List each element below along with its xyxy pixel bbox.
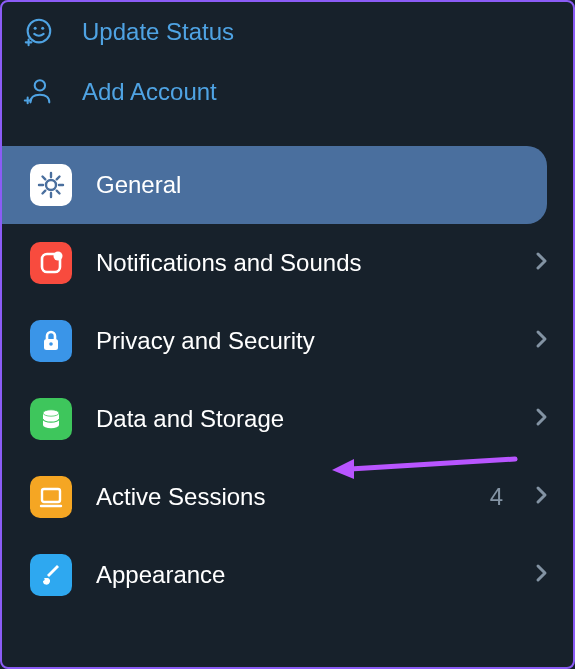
setting-active-sessions[interactable]: Active Sessions 4 <box>2 458 573 536</box>
storage-icon <box>30 398 72 440</box>
svg-point-5 <box>35 80 45 90</box>
notifications-label: Notifications and Sounds <box>96 249 511 277</box>
chevron-right-icon <box>535 485 549 509</box>
status-smile-icon <box>22 16 54 48</box>
notifications-icon <box>30 242 72 284</box>
update-status-row[interactable]: Update Status <box>2 2 573 62</box>
setting-notifications[interactable]: Notifications and Sounds <box>2 224 573 302</box>
data-storage-label: Data and Storage <box>96 405 511 433</box>
appearance-label: Appearance <box>96 561 511 589</box>
svg-rect-15 <box>42 489 60 502</box>
privacy-label: Privacy and Security <box>96 327 511 355</box>
setting-privacy[interactable]: Privacy and Security <box>2 302 573 380</box>
add-account-row[interactable]: Add Account <box>2 62 573 122</box>
svg-point-10 <box>54 252 63 261</box>
chevron-right-icon <box>535 329 549 353</box>
chevron-right-icon <box>535 563 549 587</box>
svg-point-0 <box>28 20 51 43</box>
active-sessions-count: 4 <box>490 483 503 511</box>
chevron-right-icon <box>535 251 549 275</box>
setting-appearance[interactable]: Appearance <box>2 536 573 614</box>
active-sessions-label: Active Sessions <box>96 483 466 511</box>
svg-point-12 <box>49 342 53 346</box>
add-account-icon <box>22 76 54 108</box>
chevron-right-icon <box>535 407 549 431</box>
gear-icon <box>30 164 72 206</box>
setting-data-storage[interactable]: Data and Storage <box>2 380 573 458</box>
lock-icon <box>30 320 72 362</box>
setting-general[interactable]: General <box>2 146 547 224</box>
svg-point-2 <box>41 27 44 30</box>
svg-point-8 <box>46 180 56 190</box>
add-account-label: Add Account <box>82 78 217 106</box>
settings-list: General Notifications and Sounds Privacy… <box>2 146 573 614</box>
monitor-icon <box>30 476 72 518</box>
general-label: General <box>96 171 523 199</box>
update-status-label: Update Status <box>82 18 234 46</box>
brush-icon <box>30 554 72 596</box>
svg-point-1 <box>34 27 37 30</box>
